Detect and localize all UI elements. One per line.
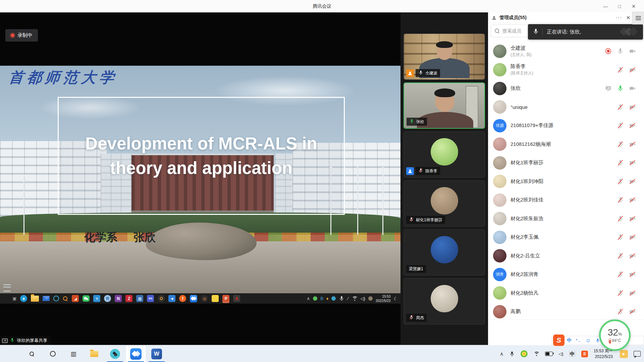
matlab-icon[interactable]: ◢ [72, 295, 79, 302]
minimize-button[interactable]: — [598, 4, 612, 9]
mic-icon[interactable] [617, 48, 624, 55]
volume-icon[interactable]: ◁) [558, 352, 563, 356]
mic-muted-icon[interactable] [617, 234, 624, 241]
tencent-meeting-icon[interactable] [190, 295, 197, 302]
taskbar-search[interactable] [21, 345, 42, 362]
ime-chinese-icon[interactable]: 中 [567, 338, 572, 344]
camera-muted-icon[interactable] [629, 66, 636, 73]
video-tile[interactable]: 张欣 [404, 82, 485, 129]
camera-muted-icon[interactable] [629, 122, 636, 129]
cortana-icon[interactable] [53, 296, 59, 301]
tray-chevron-icon[interactable]: ∧ [500, 351, 503, 356]
mic-active-icon[interactable] [617, 85, 624, 92]
vscode-icon[interactable]: ◄ [168, 295, 175, 302]
bluetooth-icon[interactable]: B [320, 296, 323, 301]
antivirus-icon[interactable]: + [521, 350, 528, 357]
battery-icon[interactable] [545, 352, 553, 356]
camera-icon[interactable] [629, 48, 636, 55]
video-tile[interactable]: 周杰 [404, 278, 485, 324]
mic-muted-icon[interactable] [617, 141, 624, 148]
camera-muted-icon[interactable] [629, 141, 636, 148]
office-icon[interactable]: ◎ [201, 295, 208, 302]
mic-muted-icon[interactable] [617, 159, 624, 166]
ime-emoji-icon[interactable]: ☺ [585, 338, 591, 344]
start-icon[interactable] [8, 351, 14, 357]
night-light-icon[interactable]: ☾ [393, 296, 398, 301]
member-row[interactable]: 材化2班刘佳佳 [488, 191, 644, 209]
ime-punctuation-icon[interactable]: °， [576, 338, 581, 343]
onenote-icon[interactable]: N [115, 295, 122, 302]
start-icon[interactable] [3, 296, 9, 302]
member-row[interactable]: 材化2杨怡凡 [488, 284, 644, 303]
acrobat-icon[interactable]: A [233, 295, 240, 302]
mic-muted-icon[interactable] [617, 122, 624, 129]
pet-app-icon[interactable] [368, 296, 373, 301]
edu-app-icon[interactable] [110, 349, 120, 359]
taskbar-word[interactable]: W [146, 345, 167, 362]
volume-icon[interactable]: ◁) [361, 296, 365, 301]
taskbar-edu-app[interactable] [105, 345, 125, 362]
tencent-meeting-icon[interactable] [130, 348, 142, 360]
file-explorer-icon[interactable] [31, 296, 39, 302]
endnote-icon[interactable]: EN [147, 295, 154, 302]
word-icon[interactable]: W [151, 349, 162, 359]
search-icon[interactable] [29, 351, 35, 357]
member-row[interactable]: °unique [488, 98, 644, 117]
mail-icon[interactable] [43, 296, 50, 301]
mic-muted-icon[interactable] [617, 290, 624, 297]
wifi-icon[interactable] [352, 296, 358, 301]
slideshow-menu-icon[interactable] [3, 284, 11, 292]
cortana-icon[interactable] [50, 351, 56, 357]
camera-muted-icon[interactable] [629, 215, 636, 222]
mic-muted-icon[interactable] [617, 252, 624, 259]
member-row[interactable]: 润青 材化2苗润青 [488, 265, 644, 284]
taskbar-task-view[interactable]: ▥ [63, 345, 84, 362]
camera-muted-icon[interactable] [629, 290, 636, 297]
member-row[interactable]: 材化1班李丽莎 [488, 154, 644, 172]
taskbar-tencent-meeting[interactable] [125, 345, 146, 362]
close-window-button[interactable]: ✕ [627, 4, 641, 9]
taskbar-cortana[interactable] [42, 345, 63, 362]
mic-muted-icon[interactable] [617, 215, 624, 222]
maximize-button[interactable]: □ [612, 4, 627, 9]
firefox-icon[interactable]: f [179, 295, 186, 302]
sogou-icon[interactable]: S [581, 351, 588, 357]
member-row[interactable]: 张欣 [488, 79, 644, 98]
stats-app-icon[interactable]: ▦ [136, 295, 143, 302]
panel-close-button[interactable]: ✕ [624, 15, 633, 21]
taskbar-file-explorer[interactable] [84, 345, 105, 362]
video-tile[interactable]: 仝建波 [404, 34, 485, 80]
camera-muted-icon[interactable] [629, 271, 636, 278]
edge-icon[interactable]: e [20, 295, 27, 302]
mic-muted-icon[interactable] [617, 196, 624, 203]
mic-muted-icon[interactable] [617, 104, 624, 111]
tray-chevron-icon[interactable]: ∧ [307, 296, 310, 301]
panel-more-button[interactable]: ··· [614, 15, 624, 21]
camera-muted-icon[interactable] [629, 104, 636, 111]
camera-muted-icon[interactable] [629, 308, 636, 315]
tray-mic-icon[interactable] [339, 296, 344, 301]
member-row[interactable]: 材化2-吕生立 [488, 247, 644, 265]
member-row[interactable]: 210812162杨海潮 [488, 135, 644, 154]
member-row[interactable]: 仝建波 (主持人, 我) [488, 42, 644, 61]
media-app-icon[interactable]: ▶ [620, 350, 628, 358]
camera-muted-icon[interactable] [629, 234, 636, 241]
ime-zh-icon[interactable]: 中 [569, 351, 576, 357]
task-view-icon[interactable]: ▥ [70, 351, 76, 357]
key-app-icon[interactable]: ♦ [326, 296, 329, 301]
sticky-notes-icon[interactable] [212, 295, 219, 302]
sogou-logo-icon[interactable]: S [553, 335, 565, 346]
performance-monitor-widget[interactable]: 32% 84°C [599, 319, 631, 351]
member-row[interactable]: 材化1班刘坤阳 [488, 172, 644, 191]
member-row[interactable]: 佳源 210811079+李佳源 [488, 116, 644, 135]
powerpoint-icon[interactable]: P [222, 295, 229, 302]
origin-icon[interactable]: O [158, 295, 165, 302]
panel-collapse-button[interactable] [632, 12, 644, 24]
camera-muted-icon[interactable] [629, 252, 636, 259]
mic-muted-icon[interactable] [617, 308, 624, 315]
member-row[interactable]: 材化2李玉佩 [488, 228, 644, 247]
file-explorer-icon[interactable] [90, 351, 98, 357]
wifi-icon[interactable] [533, 352, 539, 356]
mic-muted-icon[interactable] [617, 271, 624, 278]
camera-muted-icon[interactable] [629, 178, 636, 185]
